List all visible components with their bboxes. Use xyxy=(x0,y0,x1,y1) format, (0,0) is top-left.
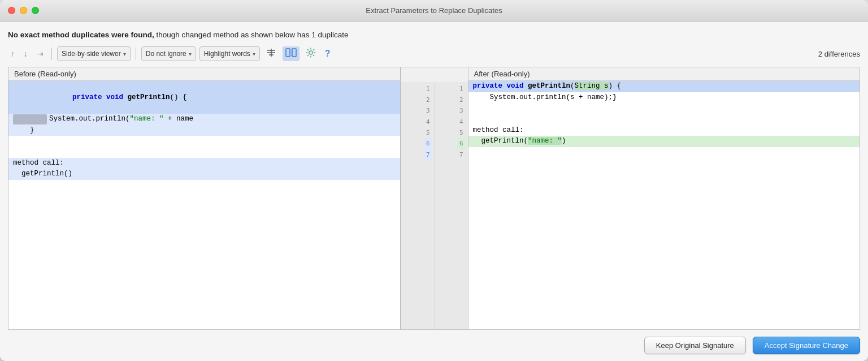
gutter-header xyxy=(401,67,468,83)
before-line-7: getPrintln() xyxy=(8,169,400,179)
title-bar: Extract Parameters to Replace Duplicates xyxy=(0,0,868,22)
traffic-lights xyxy=(8,7,39,14)
nav-down-button[interactable]: ↓ xyxy=(21,46,31,61)
viewer-chevron-icon: ▾ xyxy=(123,51,126,57)
minimize-button[interactable] xyxy=(20,7,27,14)
svg-rect-5 xyxy=(292,49,296,57)
summary-normal: though changed method as shown below has… xyxy=(154,31,349,39)
differences-count: 2 differences xyxy=(818,50,860,58)
toolbar: ↑ ↓ ⇥ Side-by-side viewer ▾ Do not ignor… xyxy=(8,46,860,61)
before-panel: Before (Read-only) private void getPrint… xyxy=(8,67,401,329)
accept-signature-button[interactable]: Accept Signature Change xyxy=(753,337,860,354)
keep-signature-button[interactable]: Keep Original Signature xyxy=(644,337,746,354)
summary-text: No exact method duplicates were found, t… xyxy=(8,29,860,41)
footer: Keep Original Signature Accept Signature… xyxy=(0,330,868,361)
down-arrow-icon: ↓ xyxy=(24,49,28,58)
help-icon: ? xyxy=(325,49,331,59)
copy-button[interactable]: ⇥ xyxy=(34,46,46,61)
highlight-label: Highlight words xyxy=(204,50,250,58)
separator-1 xyxy=(51,48,52,60)
right-line-numbers: 1 2 3 4 5 6 7 xyxy=(435,83,468,329)
before-code[interactable]: private void getPrintln() { System.out.p… xyxy=(8,81,400,329)
help-button[interactable]: ? xyxy=(322,46,333,61)
highlight-dropdown-button[interactable]: Highlight words ▾ xyxy=(199,46,260,61)
content-area: No exact method duplicates were found, t… xyxy=(0,22,868,330)
before-line-4 xyxy=(8,136,400,147)
after-code[interactable]: private void getPrintln(String s) { Syst… xyxy=(468,81,860,329)
ignore-label: Do not ignore xyxy=(146,50,186,58)
ignore-chevron-icon: ▾ xyxy=(189,51,192,57)
highlight-chevron-icon: ▾ xyxy=(253,51,255,57)
align-icon xyxy=(266,48,276,60)
maximize-button[interactable] xyxy=(32,7,39,14)
after-line-6: getPrintln("name: ") xyxy=(468,136,860,147)
close-button[interactable] xyxy=(8,7,15,14)
before-header: Before (Read-only) xyxy=(8,67,400,81)
after-line-7 xyxy=(468,147,860,158)
up-arrow-icon: ↑ xyxy=(11,49,15,58)
settings-button[interactable] xyxy=(303,46,319,61)
before-line-6: method call: xyxy=(8,158,400,169)
after-line-3 xyxy=(468,103,860,114)
gutter-body: 1 2 3 4 5 6 7 1 2 3 4 5 xyxy=(401,83,468,329)
before-line-5 xyxy=(8,147,400,158)
svg-rect-4 xyxy=(286,49,290,57)
window-title: Extract Parameters to Replace Duplicates xyxy=(366,6,502,15)
left-line-numbers: 1 2 3 4 5 6 7 xyxy=(401,83,435,329)
after-line-1: private void getPrintln(String s) { xyxy=(468,81,860,92)
gear-icon xyxy=(306,48,316,60)
svg-point-9 xyxy=(309,51,313,54)
main-window: Extract Parameters to Replace Duplicates… xyxy=(0,0,868,361)
align-button[interactable] xyxy=(263,46,279,61)
after-line-2: System.out.println(s + name);} xyxy=(468,92,860,103)
side-by-side-button[interactable] xyxy=(283,46,300,61)
viewer-dropdown-button[interactable]: Side-by-side viewer ▾ xyxy=(57,46,131,61)
before-line-1: private void getPrintln() { xyxy=(8,81,400,114)
separator-2 xyxy=(136,48,136,60)
after-panel: After (Read-only) private void getPrintl… xyxy=(468,67,860,329)
viewer-label: Side-by-side viewer xyxy=(62,50,121,58)
after-line-4 xyxy=(468,114,860,124)
gutter: 1 2 3 4 5 6 7 1 2 3 4 5 xyxy=(401,67,468,329)
after-line-5: method call: xyxy=(468,125,860,136)
nav-up-button[interactable]: ↑ xyxy=(8,46,18,61)
copy-icon: ⇥ xyxy=(37,49,44,58)
before-line-3: } xyxy=(8,125,400,136)
before-line-2: System.out.println("name: " + name xyxy=(8,114,400,124)
side-by-side-icon xyxy=(285,48,297,60)
diff-area: Before (Read-only) private void getPrint… xyxy=(8,67,860,330)
ignore-dropdown-button[interactable]: Do not ignore ▾ xyxy=(141,46,196,61)
after-header: After (Read-only) xyxy=(468,67,860,81)
summary-bold: No exact method duplicates were found, xyxy=(8,31,154,39)
